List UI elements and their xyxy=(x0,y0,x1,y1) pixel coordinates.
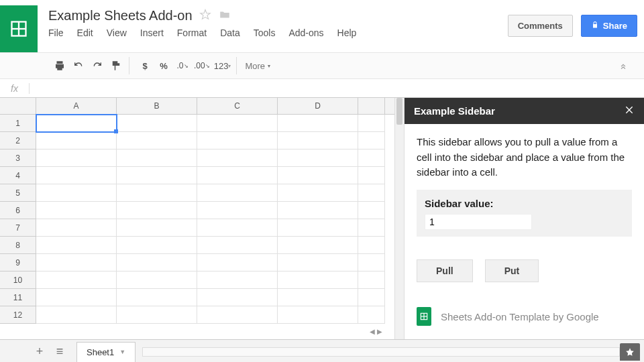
cell[interactable] xyxy=(358,149,385,167)
cell[interactable] xyxy=(197,219,278,237)
cell[interactable] xyxy=(358,115,385,132)
decrease-decimal-button[interactable]: .0↘ xyxy=(175,58,190,73)
cell[interactable] xyxy=(117,115,197,132)
cell[interactable] xyxy=(36,237,117,254)
cell[interactable] xyxy=(358,254,385,272)
sidebar-value-input[interactable] xyxy=(425,214,532,230)
menu-edit[interactable]: Edit xyxy=(77,27,93,38)
cell[interactable] xyxy=(117,132,197,149)
select-all-corner[interactable] xyxy=(0,98,36,114)
row-header[interactable]: 9 xyxy=(0,254,36,272)
cell[interactable] xyxy=(358,219,385,237)
menu-data[interactable]: Data xyxy=(220,27,240,38)
cell[interactable] xyxy=(197,289,278,306)
row-header[interactable]: 5 xyxy=(0,184,36,202)
cell[interactable] xyxy=(358,272,385,289)
currency-button[interactable]: $ xyxy=(138,58,152,73)
comments-button[interactable]: Comments xyxy=(508,15,573,37)
cell[interactable] xyxy=(278,306,358,324)
star-icon[interactable] xyxy=(199,9,211,23)
cell[interactable] xyxy=(278,289,358,306)
cell[interactable] xyxy=(117,306,197,324)
spreadsheet-grid[interactable]: A B C D 123456789101112 ◀ ▶ xyxy=(0,98,394,339)
more-button[interactable]: More ▾ xyxy=(245,58,270,73)
cell[interactable] xyxy=(278,149,358,167)
cell[interactable] xyxy=(197,184,278,202)
number-format-button[interactable]: 123 ▾ xyxy=(214,58,231,73)
cell[interactable] xyxy=(197,237,278,254)
col-header[interactable]: C xyxy=(197,98,278,114)
cell[interactable] xyxy=(117,272,197,289)
cell[interactable] xyxy=(278,237,358,254)
cell[interactable] xyxy=(278,272,358,289)
col-header[interactable]: D xyxy=(278,98,358,114)
cell[interactable] xyxy=(358,132,385,149)
row-header[interactable]: 8 xyxy=(0,237,36,254)
row-header[interactable]: 7 xyxy=(0,219,36,237)
row-header[interactable]: 11 xyxy=(0,289,36,306)
cell[interactable] xyxy=(36,149,117,167)
close-icon[interactable] xyxy=(624,105,635,117)
cell[interactable] xyxy=(197,254,278,272)
all-sheets-icon[interactable]: ≡ xyxy=(50,342,70,362)
menu-help[interactable]: Help xyxy=(337,27,357,38)
cell[interactable] xyxy=(358,202,385,219)
cell[interactable] xyxy=(278,167,358,184)
row-header[interactable]: 10 xyxy=(0,272,36,289)
cell[interactable] xyxy=(278,219,358,237)
doc-title[interactable]: Example Sheets Add-on xyxy=(48,8,193,23)
cell[interactable] xyxy=(278,132,358,149)
cell[interactable] xyxy=(358,167,385,184)
cell[interactable] xyxy=(197,202,278,219)
percent-button[interactable]: % xyxy=(156,58,171,73)
cells[interactable] xyxy=(36,115,385,324)
cell[interactable] xyxy=(36,272,117,289)
cell[interactable] xyxy=(36,254,117,272)
row-header[interactable]: 12 xyxy=(0,306,36,324)
row-header[interactable]: 3 xyxy=(0,149,36,167)
cell[interactable] xyxy=(117,184,197,202)
cell[interactable] xyxy=(278,202,358,219)
row-header[interactable]: 4 xyxy=(0,167,36,184)
share-button[interactable]: Share xyxy=(581,15,637,37)
cell[interactable] xyxy=(358,237,385,254)
redo-icon[interactable] xyxy=(90,58,105,73)
col-header[interactable]: A xyxy=(36,98,117,114)
undo-icon[interactable] xyxy=(71,58,86,73)
chevron-down-icon[interactable]: ▼ xyxy=(119,349,125,355)
cell[interactable] xyxy=(197,167,278,184)
col-header[interactable] xyxy=(358,98,385,114)
cell[interactable] xyxy=(36,115,117,132)
cell[interactable] xyxy=(117,254,197,272)
menu-file[interactable]: File xyxy=(48,27,64,38)
menu-view[interactable]: View xyxy=(107,27,127,38)
cell[interactable] xyxy=(117,202,197,219)
cell[interactable] xyxy=(117,289,197,306)
cell[interactable] xyxy=(197,132,278,149)
cell[interactable] xyxy=(358,184,385,202)
put-button[interactable]: Put xyxy=(485,259,539,282)
cell[interactable] xyxy=(36,184,117,202)
menu-addons[interactable]: Add-ons xyxy=(288,27,323,38)
collapse-toolbar-icon[interactable] xyxy=(616,58,631,73)
cell[interactable] xyxy=(278,115,358,132)
cell[interactable] xyxy=(197,149,278,167)
increase-decimal-button[interactable]: .00↘ xyxy=(194,58,210,73)
cell[interactable] xyxy=(117,149,197,167)
vertical-scrollbar[interactable] xyxy=(394,98,404,339)
menu-insert[interactable]: Insert xyxy=(140,27,164,38)
cell[interactable] xyxy=(278,254,358,272)
cell[interactable] xyxy=(197,306,278,324)
row-header[interactable]: 2 xyxy=(0,132,36,149)
menu-format[interactable]: Format xyxy=(177,27,207,38)
scrollbar-thumb[interactable] xyxy=(396,98,402,125)
print-icon[interactable] xyxy=(52,58,67,73)
cell[interactable] xyxy=(36,306,117,324)
add-sheet-icon[interactable]: + xyxy=(30,342,50,362)
cell[interactable] xyxy=(36,132,117,149)
cell[interactable] xyxy=(197,115,278,132)
formula-input[interactable] xyxy=(30,79,644,97)
cell[interactable] xyxy=(36,219,117,237)
cell[interactable] xyxy=(197,272,278,289)
menu-tools[interactable]: Tools xyxy=(254,27,276,38)
